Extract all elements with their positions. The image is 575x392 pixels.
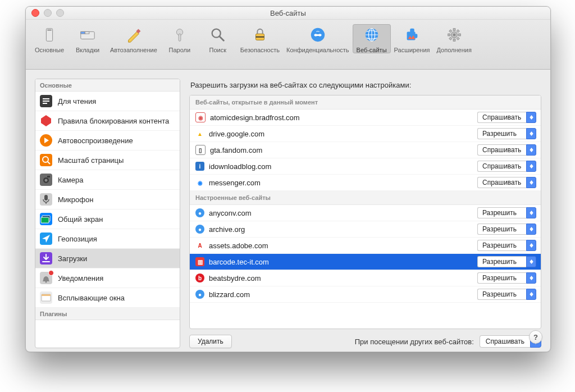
website-row[interactable]: A assets.adobe.com Разрешить (190, 238, 541, 254)
toolbar-websites[interactable]: Веб-сайты (353, 24, 391, 53)
minimize-icon[interactable] (44, 9, 52, 17)
sidebar-item-screen[interactable]: Общий экран (35, 209, 180, 229)
search-icon (208, 25, 227, 44)
favicon-icon: i (195, 162, 204, 171)
action-select[interactable]: Разрешить (477, 128, 536, 139)
website-row[interactable]: ◉ messenger.com Спрашивать (190, 175, 541, 191)
reader-icon (40, 95, 52, 107)
sidebar-item-mic[interactable]: Микрофон (35, 190, 180, 209)
toolbar-label: Вкладки (76, 47, 99, 53)
svg-rect-19 (414, 34, 417, 38)
svg-rect-33 (43, 103, 47, 104)
action-select[interactable]: Спрашивать (477, 112, 536, 123)
sidebar-list: Основные Для чтения Правила блокирования… (35, 79, 180, 348)
camera-icon (40, 174, 52, 186)
screen-icon (40, 213, 52, 225)
website-domain: assets.adobe.com (209, 241, 473, 250)
toolbar-advanced[interactable]: Дополнения (433, 24, 475, 53)
sidebar-item-label: Общий экран (58, 215, 103, 224)
sidebar-item-downloads[interactable]: Загрузки (35, 249, 180, 268)
sidebar-item-contentblock[interactable]: Правила блокирования контента (35, 111, 180, 131)
sidebar-item-autoplay[interactable]: Автовоспроизведение (35, 131, 180, 151)
toolbar-security[interactable]: Безопасность (237, 24, 283, 53)
stepper-arrows-icon (526, 177, 536, 188)
svg-rect-25 (449, 37, 451, 40)
action-select[interactable]: Спрашивать (477, 144, 536, 156)
sidebar-item-label: Микрофон (58, 195, 93, 204)
svg-rect-11 (255, 37, 264, 38)
website-row[interactable]: b beatsbydre.com Разрешить (190, 270, 541, 286)
sidebar-item-label: Геопозиция (58, 235, 97, 243)
action-select[interactable]: Разрешить (477, 289, 536, 300)
svg-rect-20 (410, 29, 414, 33)
toolbar-extensions[interactable]: Расширения (391, 24, 433, 53)
action-select[interactable]: Разрешить (477, 240, 536, 251)
passwords-icon (170, 25, 189, 44)
sidebar-item-location[interactable]: Геопозиция (35, 229, 180, 249)
website-domain: archive.org (209, 225, 473, 234)
svg-rect-46 (42, 294, 51, 296)
svg-rect-24 (453, 39, 455, 42)
action-select[interactable]: Разрешить (477, 256, 536, 267)
sidebar-item-popups[interactable]: Всплывающие окна (35, 288, 180, 308)
sidebar-item-notifications[interactable]: Уведомления (35, 268, 180, 288)
svg-rect-27 (449, 30, 451, 33)
action-select[interactable]: Спрашивать (477, 177, 536, 188)
toolbar-label: Конфиденциальность (286, 47, 349, 53)
action-select[interactable]: Разрешить (477, 207, 536, 218)
toolbar-passwords[interactable]: Пароли (161, 24, 199, 53)
sidebar-item-label: Всплывающие окна (58, 294, 125, 302)
website-row[interactable]: ▲ drive.google.com Разрешить (190, 126, 541, 142)
svg-rect-29 (457, 30, 459, 33)
favicon-icon: ● (195, 225, 204, 234)
website-row[interactable]: i idownloadblog.com Спрашивать (190, 158, 541, 175)
close-icon[interactable] (31, 9, 39, 17)
toolbar-label: Поиск (209, 47, 226, 53)
zoom-icon[interactable] (56, 9, 64, 17)
svg-point-15 (318, 34, 321, 37)
svg-rect-31 (43, 98, 49, 99)
toolbar-label: Автозаполнение (110, 47, 157, 53)
website-row[interactable]: ● blizzard.com Разрешить (190, 286, 541, 303)
tabs-icon (78, 25, 97, 44)
action-select-label: Разрешить (477, 289, 526, 300)
contentblock-icon (40, 115, 52, 127)
stepper-arrows-icon (526, 144, 536, 156)
sidebar-item-zoom[interactable]: Масштаб страницы (35, 151, 180, 170)
sidebar-item-reader[interactable]: Для чтения (35, 92, 180, 111)
sidebar-item-label: Уведомления (58, 274, 103, 282)
action-select-label: Спрашивать (477, 161, 526, 172)
action-select-label: Разрешить (477, 272, 526, 284)
help-button[interactable]: ? (529, 330, 542, 344)
action-select-label: Разрешить (477, 224, 526, 235)
toolbar-general[interactable]: Основные (30, 24, 69, 53)
website-row[interactable]: ▯ gta.fandom.com Спрашивать (190, 142, 541, 158)
toolbar-privacy[interactable]: Конфиденциальность (283, 24, 353, 53)
website-row[interactable]: ▥ barcode.tec-it.com Разрешить (190, 254, 541, 270)
action-select[interactable]: Спрашивать (477, 161, 536, 172)
toolbar-autofill[interactable]: Автозаполнение (107, 24, 161, 53)
svg-point-34 (43, 157, 48, 162)
extensions-icon (403, 25, 422, 44)
help-icon: ? (533, 333, 538, 341)
toolbar-search[interactable]: Поиск (199, 24, 237, 53)
favicon-icon: A (195, 241, 204, 250)
sidebar: Основные Для чтения Правила блокирования… (26, 70, 180, 352)
sidebar-item-camera[interactable]: Камера (35, 170, 180, 190)
action-select-label: Разрешить (477, 207, 526, 218)
popups-icon (40, 291, 52, 304)
action-select[interactable]: Разрешить (477, 224, 536, 235)
window-title: Веб-сайты (270, 9, 306, 17)
toolbar-tabs[interactable]: Вкладки (69, 24, 107, 53)
website-domain: drive.google.com (209, 130, 473, 138)
svg-rect-1 (47, 30, 52, 31)
website-row[interactable]: ● archive.org Разрешить (190, 221, 541, 238)
website-domain: atomicdesign.bradfrost.com (210, 113, 473, 122)
remove-button[interactable]: Удалить (189, 335, 232, 348)
action-select[interactable]: Разрешить (477, 272, 536, 284)
toolbar-label: Расширения (394, 47, 430, 53)
website-row[interactable]: ● anyconv.com Разрешить (190, 205, 541, 221)
group-header-configured: Настроенные веб-сайты (190, 191, 541, 205)
website-row[interactable]: ◉ atomicdesign.bradfrost.com Спрашивать (190, 110, 541, 126)
sidebar-header-general: Основные (35, 79, 180, 92)
